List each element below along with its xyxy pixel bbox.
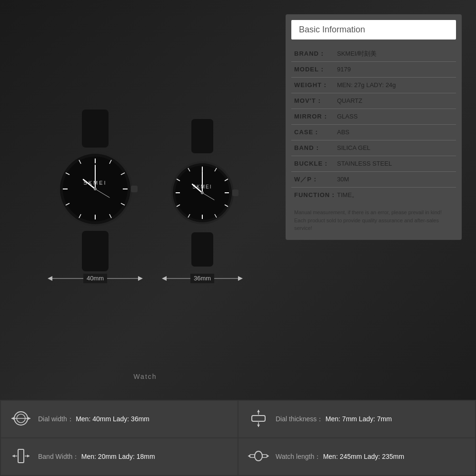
info-row-4: MIRROR：GLASS bbox=[291, 109, 456, 125]
spec-dial-thickness: Dial thickness： Men: 7mm Lady: 7mm bbox=[238, 401, 475, 437]
info-row-3: MOV'T：QUARTZ bbox=[291, 93, 456, 109]
svg-point-49 bbox=[201, 191, 204, 194]
spec-dial-width-text: Dial width： Men: 40mm Lady: 36mm bbox=[38, 415, 149, 424]
info-row-value-1: 9179 bbox=[337, 66, 351, 73]
svg-marker-77 bbox=[267, 455, 269, 457]
spec-dial-width-label: Dial width： bbox=[38, 415, 74, 423]
spec-thickness-label: Dial thickness： bbox=[276, 415, 323, 423]
mens-watch-svg: SKMEI bbox=[48, 109, 143, 271]
spec-length-value: Men: 245mm Lady: 235mm bbox=[323, 453, 404, 460]
svg-rect-28 bbox=[191, 119, 213, 153]
svg-marker-52 bbox=[162, 276, 167, 281]
info-row-label-2: WEIGHT： bbox=[294, 81, 337, 89]
ladys-dimension: 36mm bbox=[162, 271, 243, 286]
spec-band-value: Men: 20mm Lady: 18mm bbox=[81, 453, 155, 460]
svg-rect-0 bbox=[82, 109, 109, 148]
info-row-value-3: QUARTZ bbox=[337, 97, 362, 104]
info-row-value-2: MEN: 27g LADY: 24g bbox=[337, 81, 396, 89]
spec-dial-width-value: Men: 40mm Lady: 36mm bbox=[76, 415, 149, 423]
svg-marker-76 bbox=[248, 455, 250, 457]
info-title: Basic Information bbox=[299, 25, 365, 34]
bottom-section: Dial width： Men: 40mm Lady: 36mm Dial th… bbox=[0, 400, 476, 476]
spec-dial-width: Dial width： Men: 40mm Lady: 36mm bbox=[1, 401, 238, 437]
svg-rect-1 bbox=[82, 231, 109, 271]
watch-length-icon bbox=[248, 446, 269, 468]
svg-marker-60 bbox=[28, 417, 30, 420]
info-row-label-3: MOV'T： bbox=[294, 97, 337, 105]
watches-row: SKMEI bbox=[48, 109, 243, 286]
info-row-value-0: SKMEI/时刻美 bbox=[337, 50, 377, 58]
info-row-6: BAND：SILICA GEL bbox=[291, 140, 456, 156]
spec-watch-length: Watch length： Men: 245mm Lady: 235mm bbox=[238, 438, 475, 475]
ladys-watch: SKMEI bbox=[162, 109, 243, 286]
spec-dial-thickness-text: Dial thickness： Men: 7mm Lady: 7mm bbox=[276, 415, 392, 424]
info-row-label-4: MIRROR： bbox=[294, 112, 337, 121]
spec-watch-length-text: Watch length： Men: 245mm Lady: 235mm bbox=[276, 452, 404, 461]
product-label: Watch bbox=[133, 373, 157, 380]
info-row-label-8: W／P： bbox=[294, 175, 337, 184]
svg-text:36mm: 36mm bbox=[194, 275, 211, 282]
info-row-value-7: STAINLESS STEEL bbox=[337, 160, 392, 167]
dial-thickness-icon bbox=[248, 408, 269, 431]
info-row-5: CASE：ABS bbox=[291, 125, 456, 140]
svg-rect-72 bbox=[250, 455, 255, 457]
svg-marker-65 bbox=[257, 425, 260, 427]
spec-length-label: Watch length： bbox=[276, 453, 321, 460]
info-row-value-9: TIME。 bbox=[337, 191, 358, 199]
svg-marker-24 bbox=[48, 276, 52, 281]
ladys-watch-svg: SKMEI bbox=[162, 109, 243, 271]
info-row-label-0: BRAND： bbox=[294, 50, 337, 58]
spec-thickness-value: Men: 7mm Lady: 7mm bbox=[326, 415, 392, 423]
info-row-7: BUCKLE：STAINLESS STEEL bbox=[291, 156, 456, 172]
info-row-label-5: CASE： bbox=[294, 128, 337, 137]
info-row-label-1: MODEL： bbox=[294, 65, 337, 74]
top-section: SKMEI bbox=[0, 0, 476, 400]
info-row-value-4: GLASS bbox=[337, 113, 357, 120]
main-container: SKMEI bbox=[0, 0, 476, 476]
svg-point-21 bbox=[94, 188, 97, 190]
svg-rect-61 bbox=[252, 416, 265, 421]
dial-width-icon bbox=[10, 408, 31, 431]
info-rows: BRAND：SKMEI/时刻美MODEL：9179WEIGHT：MEN: 27g… bbox=[291, 46, 456, 203]
svg-marker-53 bbox=[238, 276, 243, 281]
svg-rect-50 bbox=[232, 189, 238, 196]
svg-marker-64 bbox=[257, 410, 260, 412]
svg-point-71 bbox=[255, 451, 262, 461]
info-row-label-6: BAND： bbox=[294, 144, 337, 152]
mens-dimension: 40mm bbox=[48, 271, 143, 286]
band-width-icon bbox=[10, 446, 31, 468]
svg-rect-66 bbox=[18, 449, 24, 463]
svg-rect-22 bbox=[131, 186, 138, 192]
spec-band-width-text: Band Width： Men: 20mm Lady: 18mm bbox=[38, 452, 155, 461]
spec-band-width: Band Width： Men: 20mm Lady: 18mm bbox=[1, 438, 238, 475]
svg-rect-73 bbox=[262, 455, 267, 457]
svg-rect-29 bbox=[191, 232, 213, 267]
info-row-value-5: ABS bbox=[337, 129, 349, 136]
info-row-2: WEIGHT：MEN: 27g LADY: 24g bbox=[291, 78, 456, 93]
info-row-0: BRAND：SKMEI/时刻美 bbox=[291, 46, 456, 62]
info-row-1: MODEL：9179 bbox=[291, 62, 456, 78]
svg-marker-59 bbox=[11, 417, 14, 420]
svg-marker-70 bbox=[27, 455, 30, 457]
info-row-value-8: 30M bbox=[337, 176, 349, 183]
info-row-8: W／P：30M bbox=[291, 172, 456, 188]
info-title-box: Basic Information bbox=[291, 20, 456, 40]
info-row-value-6: SILICA GEL bbox=[337, 144, 370, 151]
mens-watch: SKMEI bbox=[48, 109, 143, 286]
info-panel: Basic Information BRAND：SKMEI/时刻美MODEL：9… bbox=[286, 14, 462, 240]
svg-text:40mm: 40mm bbox=[87, 275, 104, 282]
svg-marker-69 bbox=[12, 455, 15, 457]
info-note: Manual measurement, if there is an error… bbox=[291, 207, 456, 234]
info-row-9: FUNCTION：TIME。 bbox=[291, 188, 456, 203]
watch-display: SKMEI bbox=[14, 10, 276, 395]
info-row-label-9: FUNCTION： bbox=[294, 191, 337, 199]
spec-band-label: Band Width： bbox=[38, 453, 79, 460]
svg-marker-25 bbox=[138, 276, 143, 281]
info-row-label-7: BUCKLE： bbox=[294, 159, 337, 168]
